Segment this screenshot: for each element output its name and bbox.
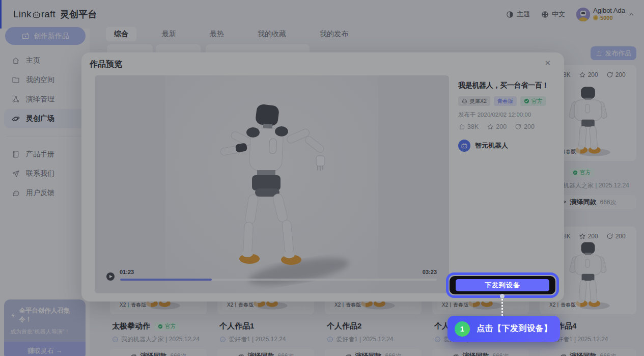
app-root: Link raft 灵创平台 主题 中文 Agibot Ada xyxy=(0,0,644,356)
step-badge: 1 xyxy=(455,321,470,337)
tour-connector-dot xyxy=(500,294,505,298)
send-to-device-button[interactable]: 下发到设备 xyxy=(456,279,549,291)
tour-instruction: 点击【下发到设备】 xyxy=(477,323,552,334)
tour-connector-line xyxy=(501,299,503,316)
tour-dim-overlay xyxy=(0,0,644,356)
tour-tooltip: 1 点击【下发到设备】 xyxy=(447,316,560,342)
